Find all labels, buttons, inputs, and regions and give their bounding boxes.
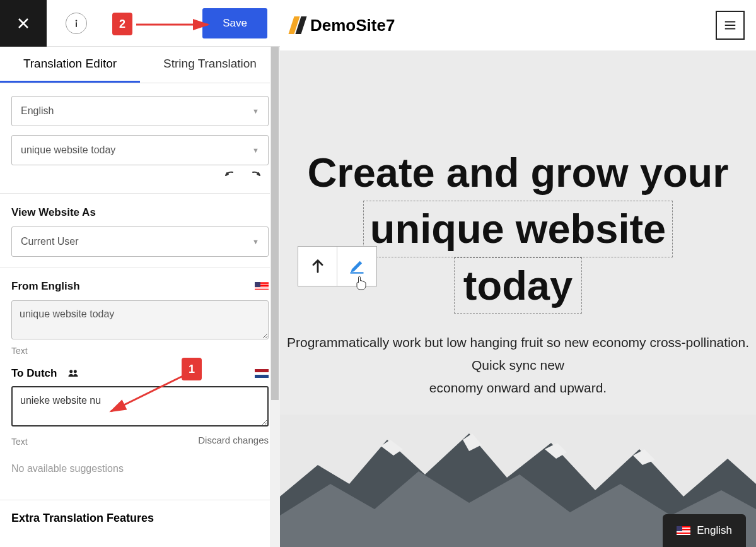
- pencil-icon: [348, 257, 366, 275]
- panel-tabs: Translation Editor String Translation: [0, 47, 280, 83]
- annotation-step-2-badge: 2: [112, 13, 132, 35]
- hero-title: Create and grow your unique website toda…: [280, 145, 756, 314]
- svg-rect-1: [76, 22, 77, 27]
- svg-point-0: [76, 20, 78, 21]
- view-as-value: Current User: [21, 236, 79, 247]
- tab-translation-editor[interactable]: Translation Editor: [0, 47, 140, 83]
- to-label: To Dutch: [11, 367, 57, 380]
- scrollbar-thumb[interactable]: [271, 47, 279, 400]
- string-select-value: unique website today: [21, 144, 115, 156]
- string-select[interactable]: unique website today ▼: [11, 135, 269, 165]
- site-header: DemoSite7: [280, 0, 756, 50]
- hero-title-line3-highlight[interactable]: today: [454, 257, 582, 314]
- no-suggestions-text: No available suggestions: [0, 457, 280, 500]
- view-as-select[interactable]: Current User ▼: [11, 226, 269, 257]
- to-type-label: Text: [11, 437, 28, 447]
- extra-features-heading: Extra Translation Features: [0, 500, 280, 536]
- close-icon: [16, 16, 31, 31]
- from-label: From English: [11, 280, 269, 293]
- from-textarea: [11, 300, 269, 339]
- people-icon[interactable]: [66, 367, 81, 380]
- us-flag-icon: [255, 282, 269, 291]
- site-title: DemoSite7: [310, 16, 395, 35]
- language-switcher-label: English: [697, 524, 732, 537]
- caret-down-icon: ▼: [252, 146, 259, 154]
- language-select-value: English: [21, 105, 54, 117]
- undo-redo-group: [11, 168, 269, 183]
- arrow-up-icon: [309, 257, 327, 275]
- view-as-label: View Website As: [11, 206, 269, 219]
- redo-icon[interactable]: [248, 168, 264, 183]
- info-button[interactable]: [66, 13, 87, 34]
- hero-title-line1: Create and grow your: [307, 150, 728, 196]
- us-flag-icon: [677, 526, 690, 535]
- panel-scrollbar[interactable]: [270, 47, 280, 547]
- hero-section: Create and grow your unique website toda…: [280, 50, 756, 547]
- logo-icon: [291, 16, 304, 34]
- info-icon: [70, 17, 83, 30]
- inline-edit-toolbar: [298, 246, 377, 286]
- panel-body: English ▼ unique website today ▼ View We…: [0, 83, 280, 547]
- annotation-arrow-1: [105, 370, 193, 420]
- hero-subtitle: Programmatically work but low hanging fr…: [280, 331, 756, 399]
- translation-panel: Save Translation Editor String Translati…: [0, 0, 280, 547]
- tab-string-translation[interactable]: String Translation: [140, 47, 280, 83]
- edit-string-button[interactable]: [337, 247, 376, 286]
- caret-down-icon: ▼: [252, 238, 259, 245]
- svg-point-3: [74, 370, 77, 373]
- nl-flag-icon: [255, 369, 269, 378]
- hamburger-icon: [723, 18, 737, 32]
- from-type-label: Text: [11, 346, 269, 356]
- view-as-section: View Website As Current User ▼: [0, 194, 280, 268]
- selectors-section: English ▼ unique website today ▼: [0, 83, 280, 194]
- caret-down-icon: ▼: [252, 107, 259, 115]
- annotation-arrow-2: [134, 19, 216, 32]
- hamburger-button[interactable]: [716, 11, 745, 40]
- annotation-step-1-badge: 1: [182, 358, 202, 380]
- close-button[interactable]: [0, 0, 47, 47]
- svg-line-12: [111, 376, 183, 411]
- hero-title-line2-highlight[interactable]: unique website: [363, 201, 673, 257]
- svg-point-2: [70, 370, 73, 373]
- from-section: From English Text: [0, 268, 280, 361]
- select-parent-button[interactable]: [298, 247, 337, 286]
- svg-rect-11: [351, 272, 364, 273]
- language-switcher[interactable]: English: [663, 514, 746, 547]
- language-select[interactable]: English ▼: [11, 96, 269, 126]
- discard-changes-link[interactable]: Discard changes: [198, 435, 269, 445]
- undo-icon[interactable]: [222, 168, 237, 183]
